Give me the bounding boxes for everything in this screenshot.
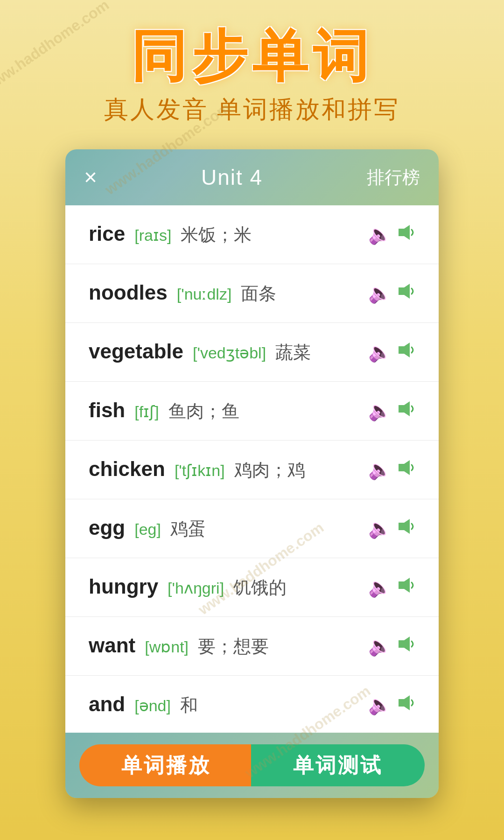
word-left-7: want [wɒnt] 要；想要 bbox=[89, 634, 368, 658]
word-item: and [ənd] 和 bbox=[65, 676, 439, 733]
sound-icon-5[interactable] bbox=[368, 518, 415, 539]
svg-marker-6 bbox=[399, 578, 410, 593]
word-left-5: egg [eg] 鸡蛋 bbox=[89, 516, 368, 541]
word-chinese-1: 面条 bbox=[241, 282, 276, 306]
word-phonetic-6: ['hʌŋgri] bbox=[168, 579, 224, 597]
word-item: want [wɒnt] 要；想要 bbox=[65, 617, 439, 676]
main-title: 同步单词 bbox=[0, 28, 504, 84]
word-english-8: and bbox=[89, 693, 125, 716]
svg-marker-1 bbox=[399, 284, 410, 299]
word-english-2: vegetable bbox=[89, 340, 183, 363]
word-left-0: rice [raɪs] 米饭；米 bbox=[89, 222, 368, 247]
sound-icon-2[interactable] bbox=[368, 341, 415, 363]
ranking-button[interactable]: 排行榜 bbox=[367, 166, 420, 189]
word-phonetic-5: [eg] bbox=[134, 520, 161, 539]
word-phonetic-2: ['vedʒtəbl] bbox=[193, 343, 266, 362]
word-english-6: hungry bbox=[89, 575, 158, 598]
word-item: vegetable ['vedʒtəbl] 蔬菜 bbox=[65, 323, 439, 382]
word-left-2: vegetable ['vedʒtəbl] 蔬菜 bbox=[89, 340, 368, 364]
word-phonetic-1: ['nuːdlz] bbox=[177, 285, 232, 303]
card-header: × Unit 4 排行榜 bbox=[65, 149, 439, 205]
play-button[interactable]: 单词播放 bbox=[79, 744, 253, 786]
svg-marker-0 bbox=[399, 225, 410, 240]
svg-marker-8 bbox=[399, 695, 410, 710]
word-item: noodles ['nuːdlz] 面条 bbox=[65, 264, 439, 323]
word-chinese-6: 饥饿的 bbox=[233, 576, 287, 600]
word-left-4: chicken ['tʃɪkɪn] 鸡肉；鸡 bbox=[89, 457, 368, 482]
word-english-0: rice bbox=[89, 222, 125, 245]
word-english-1: noodles bbox=[89, 281, 168, 304]
sound-icon-3[interactable] bbox=[368, 400, 415, 422]
svg-marker-3 bbox=[399, 401, 410, 416]
sound-icon-1[interactable] bbox=[368, 282, 415, 304]
sound-icon-4[interactable] bbox=[368, 459, 415, 481]
card-title: Unit 4 bbox=[201, 165, 263, 190]
word-left-8: and [ənd] 和 bbox=[89, 693, 368, 717]
word-left-6: hungry ['hʌŋgri] 饥饿的 bbox=[89, 575, 368, 600]
word-chinese-2: 蔬菜 bbox=[275, 341, 311, 364]
sound-icon-6[interactable] bbox=[368, 576, 415, 598]
word-phonetic-4: ['tʃɪkɪn] bbox=[175, 461, 225, 480]
word-phonetic-0: [raɪs] bbox=[134, 226, 171, 245]
sub-title: 真人发音 单词播放和拼写 bbox=[0, 93, 504, 126]
word-phonetic-7: [wɒnt] bbox=[145, 637, 189, 656]
word-chinese-0: 米饭；米 bbox=[181, 223, 252, 247]
word-card: × Unit 4 排行榜 rice [raɪs] 米饭；米 noodles ['… bbox=[65, 149, 439, 798]
header-section: 同步单词 真人发音 单词播放和拼写 bbox=[0, 0, 504, 140]
word-chinese-7: 要；想要 bbox=[198, 635, 269, 658]
sound-icon-0[interactable] bbox=[368, 224, 415, 245]
word-english-3: fish bbox=[89, 399, 125, 422]
word-item: egg [eg] 鸡蛋 bbox=[65, 499, 439, 558]
svg-marker-2 bbox=[399, 343, 410, 357]
word-chinese-3: 鱼肉；鱼 bbox=[168, 399, 239, 423]
word-english-7: want bbox=[89, 634, 135, 657]
word-left-3: fish [fɪʃ] 鱼肉；鱼 bbox=[89, 399, 368, 423]
word-list: rice [raɪs] 米饭；米 noodles ['nuːdlz] 面条 bbox=[65, 205, 439, 733]
word-english-4: chicken bbox=[89, 457, 165, 481]
word-item: chicken ['tʃɪkɪn] 鸡肉；鸡 bbox=[65, 441, 439, 499]
test-button[interactable]: 单词测试 bbox=[251, 744, 425, 786]
word-left-1: noodles ['nuːdlz] 面条 bbox=[89, 281, 368, 306]
word-item: hungry ['hʌŋgri] 饥饿的 bbox=[65, 558, 439, 617]
close-button[interactable]: × bbox=[84, 166, 97, 189]
word-phonetic-3: [fɪʃ] bbox=[134, 402, 159, 421]
word-phonetic-8: [ənd] bbox=[134, 696, 171, 715]
svg-marker-4 bbox=[399, 460, 410, 475]
word-item: rice [raɪs] 米饭；米 bbox=[65, 205, 439, 264]
sound-icon-7[interactable] bbox=[368, 635, 415, 657]
word-chinese-8: 和 bbox=[180, 693, 198, 717]
word-chinese-4: 鸡肉；鸡 bbox=[234, 458, 305, 482]
sound-icon-8[interactable] bbox=[368, 694, 415, 716]
word-chinese-5: 鸡蛋 bbox=[170, 517, 206, 541]
word-item: fish [fɪʃ] 鱼肉；鱼 bbox=[65, 382, 439, 441]
svg-marker-7 bbox=[399, 637, 410, 651]
svg-marker-5 bbox=[399, 519, 410, 534]
bottom-buttons: 单词播放 单词测试 bbox=[65, 733, 439, 798]
word-english-5: egg bbox=[89, 516, 125, 539]
